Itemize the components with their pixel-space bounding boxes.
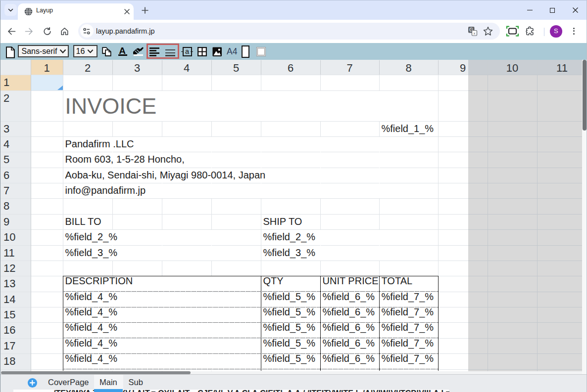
- svg-text:x: x: [474, 31, 476, 36]
